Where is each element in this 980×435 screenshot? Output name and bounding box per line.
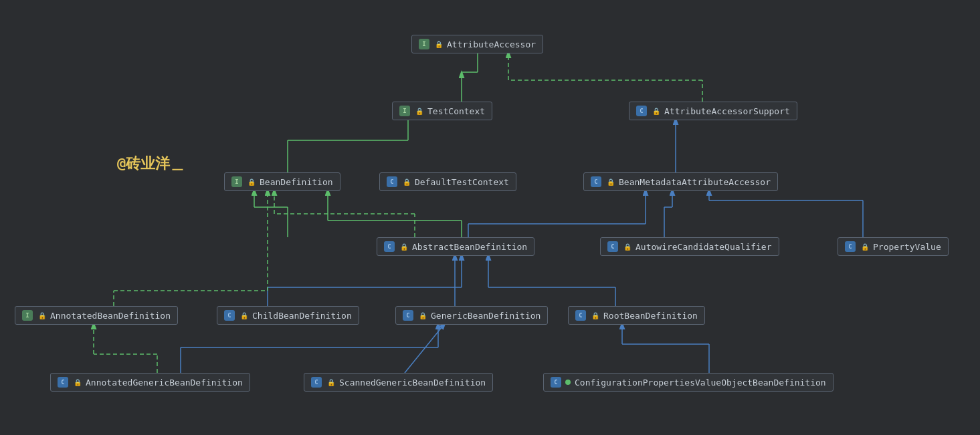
lock-RootBeanDefinition: 🔒 xyxy=(591,312,599,319)
label-ScannedGenericBeanDefinition: ScannedGenericBeanDefinition xyxy=(339,378,486,388)
icon-class-GenericBeanDefinition: C xyxy=(403,310,413,321)
icon-class-ScannedGenericBeanDefinition: C xyxy=(311,377,322,388)
label-PropertyValue: PropertyValue xyxy=(873,242,941,252)
lock-AutowireCandidateQualifier: 🔒 xyxy=(623,243,631,251)
lock-ScannedGenericBeanDefinition: 🔒 xyxy=(327,379,335,386)
label-TestContext: TestContext xyxy=(427,106,485,116)
icon-class-AutowireCandidateQualifier: C xyxy=(607,241,618,252)
node-BeanMetadataAttributeAccessor[interactable]: C 🔒 BeanMetadataAttributeAccessor xyxy=(583,172,778,191)
node-RootBeanDefinition[interactable]: C 🔒 RootBeanDefinition xyxy=(568,306,705,325)
label-AbstractBeanDefinition: AbstractBeanDefinition xyxy=(412,242,527,252)
node-AbstractBeanDefinition[interactable]: C 🔒 AbstractBeanDefinition xyxy=(377,237,534,256)
node-AnnotatedGenericBeanDefinition[interactable]: C 🔒 AnnotatedGenericBeanDefinition xyxy=(50,373,250,392)
diagram-lines xyxy=(0,0,980,435)
label-AnnotatedGenericBeanDefinition: AnnotatedGenericBeanDefinition xyxy=(86,378,243,388)
node-AttributeAccessorSupport[interactable]: C 🔒 AttributeAccessorSupport xyxy=(629,102,797,120)
label-BeanMetadataAttributeAccessor: BeanMetadataAttributeAccessor xyxy=(619,177,771,187)
node-GenericBeanDefinition[interactable]: C 🔒 GenericBeanDefinition xyxy=(395,306,548,325)
lock-AnnotatedBeanDefinition: 🔒 xyxy=(38,312,46,319)
icon-class-AnnotatedGenericBeanDefinition: C xyxy=(58,377,68,388)
label-ChildBeanDefinition: ChildBeanDefinition xyxy=(252,311,352,321)
lock-AnnotatedGenericBeanDefinition: 🔒 xyxy=(74,379,82,386)
icon-interface-AnnotatedBeanDefinition: I xyxy=(22,310,33,321)
icon-interface-BeanDefinition: I xyxy=(231,176,242,187)
node-PropertyValue[interactable]: C 🔒 PropertyValue xyxy=(838,237,949,256)
lock-GenericBeanDefinition: 🔒 xyxy=(419,312,427,319)
lock-AttributeAccessor: 🔒 xyxy=(435,41,443,48)
node-TestContext[interactable]: I 🔒 TestContext xyxy=(392,102,492,120)
lock-DefaultTestContext: 🔒 xyxy=(403,178,411,186)
diagram-container: @砖业洋＿ I 🔒 AttributeAccessor I 🔒 TestCont… xyxy=(0,0,980,435)
label-GenericBeanDefinition: GenericBeanDefinition xyxy=(431,311,541,321)
lock-TestContext: 🔒 xyxy=(415,108,423,115)
lock-BeanMetadataAttributeAccessor: 🔒 xyxy=(607,178,615,186)
label-AutowireCandidateQualifier: AutowireCandidateQualifier xyxy=(635,242,772,252)
label-AnnotatedBeanDefinition: AnnotatedBeanDefinition xyxy=(50,311,171,321)
icon-class-ChildBeanDefinition: C xyxy=(224,310,235,321)
icon-class-AttributeAccessorSupport: C xyxy=(636,106,647,116)
icon-class-RootBeanDefinition: C xyxy=(575,310,586,321)
lock-AbstractBeanDefinition: 🔒 xyxy=(400,243,408,251)
node-AttributeAccessor[interactable]: I 🔒 AttributeAccessor xyxy=(411,35,543,53)
watermark: @砖业洋＿ xyxy=(117,154,185,174)
label-AttributeAccessorSupport: AttributeAccessorSupport xyxy=(664,106,790,116)
svg-line-35 xyxy=(405,323,445,373)
label-ConfigurationPropertiesValueObjectBeanDefinition: ConfigurationPropertiesValueObjectBeanDe… xyxy=(575,378,826,388)
lock-BeanDefinition: 🔒 xyxy=(248,178,256,186)
lock-AttributeAccessorSupport: 🔒 xyxy=(652,108,660,115)
node-ConfigurationPropertiesValueObjectBeanDefinition[interactable]: C ConfigurationPropertiesValueObjectBean… xyxy=(543,373,834,392)
lock-ChildBeanDefinition: 🔒 xyxy=(240,312,248,319)
label-DefaultTestContext: DefaultTestContext xyxy=(415,177,509,187)
icon-class-BeanMetadataAttributeAccessor: C xyxy=(591,176,601,187)
icon-class-DefaultTestContext: C xyxy=(387,176,397,187)
node-ChildBeanDefinition[interactable]: C 🔒 ChildBeanDefinition xyxy=(217,306,359,325)
lock-PropertyValue: 🔒 xyxy=(861,243,869,251)
node-ScannedGenericBeanDefinition[interactable]: C 🔒 ScannedGenericBeanDefinition xyxy=(304,373,493,392)
dot-ConfigurationPropertiesValueObjectBeanDefinition xyxy=(565,380,571,385)
icon-interface-AttributeAccessor: I xyxy=(419,39,429,49)
icon-class-AbstractBeanDefinition: C xyxy=(384,241,395,252)
label-AttributeAccessor: AttributeAccessor xyxy=(447,39,536,49)
node-BeanDefinition[interactable]: I 🔒 BeanDefinition xyxy=(224,172,340,191)
icon-interface-TestContext: I xyxy=(399,106,410,116)
label-RootBeanDefinition: RootBeanDefinition xyxy=(603,311,698,321)
node-AutowireCandidateQualifier[interactable]: C 🔒 AutowireCandidateQualifier xyxy=(600,237,779,256)
icon-class-ConfigurationPropertiesValueObjectBeanDefinition: C xyxy=(551,377,561,388)
node-AnnotatedBeanDefinition[interactable]: I 🔒 AnnotatedBeanDefinition xyxy=(15,306,178,325)
node-DefaultTestContext[interactable]: C 🔒 DefaultTestContext xyxy=(379,172,516,191)
label-BeanDefinition: BeanDefinition xyxy=(260,177,333,187)
icon-class-PropertyValue: C xyxy=(845,241,856,252)
